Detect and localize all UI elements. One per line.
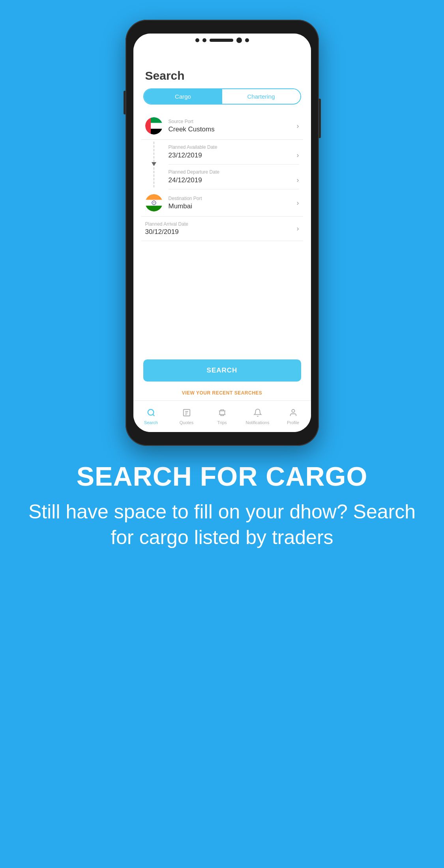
nav-trips[interactable]: Trips [208,408,236,425]
nav-quotes[interactable]: Quotes [173,408,200,425]
promo-section: SEARCH FOR CARGO Still have space to fil… [0,446,444,868]
speaker [210,39,233,42]
destination-port-label: Destination Port [169,196,293,201]
available-date-value: 23/12/2019 [169,152,202,159]
arrival-date-value: 30/12/2019 [145,228,293,236]
nav-search-label: Search [144,420,158,425]
search-nav-icon [147,408,155,419]
trips-nav-icon [218,408,227,419]
dashed-line-bottom [154,167,154,188]
recent-searches-link[interactable]: VIEW YOUR RECENT SEARCHES [133,385,311,400]
tab-switcher: Cargo Chartering [143,88,301,105]
search-btn-wrap: SEARCH [133,352,311,385]
status-bar [133,34,311,61]
form-section: Source Port Creek Customs › [133,112,311,352]
nav-notifications-label: Notifications [246,420,270,425]
promo-headline: SEARCH FOR CARGO [24,462,420,491]
available-date-field[interactable]: Planned Available Date 23/12/2019 › [169,140,299,165]
svg-point-12 [154,202,154,203]
notifications-nav-icon [253,408,262,419]
source-port-field[interactable]: Source Port Creek Customs › [141,112,303,140]
search-button[interactable]: SEARCH [143,359,301,382]
bottom-nav: Search Quotes [133,400,311,432]
sensor-1 [202,38,206,42]
svg-rect-2 [145,117,151,135]
source-port-content: Source Port Creek Customs [169,119,293,133]
dates-col: Planned Available Date 23/12/2019 › Plan… [169,140,299,189]
sensor-2 [245,38,249,42]
promo-subtext: Still have space to fill on your dhow? S… [24,499,420,550]
svg-rect-4 [151,123,163,129]
available-date-label: Planned Available Date [169,144,299,150]
svg-rect-8 [145,194,163,200]
india-flag [145,194,163,211]
available-date-chevron: › [297,151,299,159]
svg-line-14 [153,414,154,416]
nav-trips-label: Trips [217,420,227,425]
destination-port-value: Mumbai [169,202,293,210]
nav-quotes-label: Quotes [180,420,193,425]
svg-rect-3 [151,117,163,123]
phone-frame: Search Cargo Chartering [126,20,319,446]
connector-area: Planned Available Date 23/12/2019 › Plan… [141,140,303,189]
page-title: Search [133,61,311,88]
arrival-date-content: Planned Arrival Date 30/12/2019 [145,221,293,236]
nav-profile[interactable]: Profile [279,408,307,425]
dashed-line-top [154,142,154,162]
phone-mockup: Search Cargo Chartering [126,20,319,446]
tab-cargo[interactable]: Cargo [144,89,222,104]
svg-rect-5 [151,129,163,135]
departure-date-field[interactable]: Planned Departure Date 24/12/2019 › [169,165,299,189]
arrival-date-label: Planned Arrival Date [145,221,293,227]
app-content: Search Cargo Chartering [133,61,311,432]
nav-search[interactable]: Search [137,408,165,425]
nav-notifications[interactable]: Notifications [244,408,272,425]
departure-date-label: Planned Departure Date [169,169,299,175]
destination-port-field[interactable]: Destination Port Mumbai › [141,189,303,217]
arrow-down [152,162,156,166]
camera-dot [195,38,199,42]
svg-rect-10 [145,206,163,211]
departure-date-value: 24/12/2019 [169,176,202,184]
notch [195,37,249,43]
source-port-label: Source Port [169,119,293,124]
svg-point-19 [292,409,294,412]
tab-chartering[interactable]: Chartering [222,89,300,104]
destination-port-chevron: › [297,199,299,207]
arrival-date-chevron: › [297,224,299,233]
nav-profile-label: Profile [287,420,299,425]
source-port-value: Creek Customs [169,125,293,133]
profile-nav-icon [289,408,298,419]
source-port-chevron: › [297,122,299,130]
uae-flag [145,117,163,135]
dashed-line-col [145,140,163,189]
quotes-nav-icon [182,408,191,419]
front-camera [236,37,242,43]
arrival-date-field[interactable]: Planned Arrival Date 30/12/2019 › [141,217,303,241]
svg-point-13 [148,409,154,415]
phone-screen: Search Cargo Chartering [133,34,311,432]
departure-date-chevron: › [297,176,299,184]
destination-port-content: Destination Port Mumbai [169,196,293,210]
